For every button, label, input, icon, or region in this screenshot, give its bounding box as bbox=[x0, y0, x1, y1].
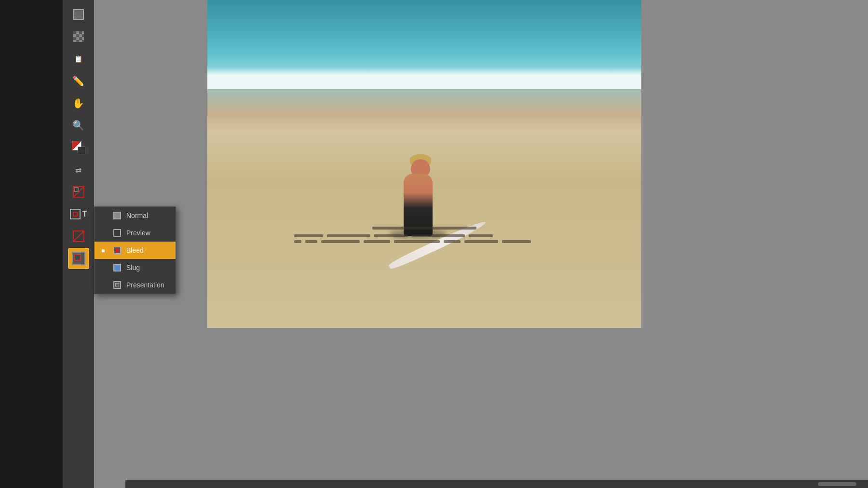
text-seg bbox=[327, 234, 370, 237]
presentation-icon-graphic bbox=[113, 281, 121, 289]
screen-mode-icon bbox=[72, 252, 85, 265]
text-seg bbox=[502, 240, 531, 243]
zoom-tool-button[interactable]: 🔍 bbox=[68, 115, 89, 136]
left-toolbar: 📋 ✏️ ✋ 🔍 ⇄ bbox=[63, 0, 94, 488]
text-seg bbox=[305, 240, 317, 243]
svg-line-4 bbox=[73, 231, 84, 242]
frame-slash-icon bbox=[72, 186, 85, 198]
scrollbar-thumb[interactable] bbox=[818, 482, 856, 486]
wave-foam bbox=[207, 70, 641, 89]
screen-mode-slug-item[interactable]: ✓ Slug bbox=[95, 259, 176, 276]
bleed-check: ■ bbox=[101, 247, 107, 253]
swap-colors-button[interactable]: ⇄ bbox=[68, 159, 89, 180]
bleed-icon-graphic bbox=[113, 246, 121, 254]
eyedropper-icon: ✏️ bbox=[72, 75, 84, 87]
text-seg bbox=[412, 234, 465, 237]
screen-mode-preview-item[interactable]: ✓ Preview bbox=[95, 224, 176, 242]
text-seg bbox=[294, 240, 301, 243]
direct-selection-button[interactable] bbox=[68, 26, 89, 47]
frame-slash-button[interactable] bbox=[68, 181, 89, 203]
text-seg bbox=[374, 234, 408, 237]
text-seg bbox=[394, 240, 440, 243]
frame-icon-inner bbox=[73, 212, 78, 217]
color-swatch-icon bbox=[72, 141, 85, 154]
swatch-inner bbox=[78, 147, 85, 154]
text-tool-icon: T bbox=[82, 210, 87, 218]
slug-icon-graphic bbox=[113, 264, 121, 271]
checker-icon bbox=[73, 31, 84, 42]
preview-icon-graphic bbox=[113, 229, 121, 237]
preview-label: Preview bbox=[126, 229, 150, 237]
normal-mode-icon bbox=[113, 211, 122, 220]
bleed-mode-icon bbox=[113, 246, 122, 255]
far-left-panel bbox=[0, 0, 63, 488]
screen-mode-presentation-item[interactable]: ✓ Presentation bbox=[95, 276, 176, 294]
svg-rect-2 bbox=[74, 188, 78, 191]
text-seg bbox=[444, 240, 461, 243]
screen-mode-bleed-item[interactable]: ■ Bleed bbox=[95, 242, 176, 259]
text-seg bbox=[464, 240, 498, 243]
selection-tool-button[interactable] bbox=[68, 4, 89, 25]
color-swatches-button[interactable] bbox=[68, 137, 89, 158]
text-line-group-2 bbox=[294, 240, 555, 243]
text-seg bbox=[321, 240, 360, 243]
compose-icon: 📋 bbox=[74, 55, 82, 63]
slug-mode-icon bbox=[113, 263, 122, 272]
screen-mode-button[interactable] bbox=[68, 248, 89, 269]
slug-label: Slug bbox=[126, 264, 140, 271]
screen-mode-normal-item[interactable]: ✓ Normal bbox=[95, 207, 176, 224]
presentation-mode-icon bbox=[113, 281, 122, 289]
frame-icon bbox=[70, 209, 81, 219]
canvas-image bbox=[207, 0, 641, 328]
dropdown-arrow-icon bbox=[85, 265, 87, 267]
hand-tool-button[interactable]: ✋ bbox=[68, 93, 89, 114]
workspace bbox=[63, 0, 868, 488]
hand-icon: ✋ bbox=[72, 97, 84, 109]
preview-mode-icon bbox=[113, 229, 122, 237]
selection-icon bbox=[73, 9, 84, 20]
app-container: 📋 ✏️ ✋ 🔍 ⇄ bbox=[0, 0, 868, 488]
diagonal-slash-button[interactable] bbox=[68, 226, 89, 247]
text-seg bbox=[364, 240, 390, 243]
svg-line-1 bbox=[73, 187, 84, 197]
text-seg bbox=[469, 234, 493, 237]
screen-mode-inner-box bbox=[74, 254, 81, 261]
normal-label: Normal bbox=[126, 212, 148, 219]
surfer-figure bbox=[394, 140, 452, 236]
text-line-group-1 bbox=[294, 234, 555, 237]
diagonal-slash-icon bbox=[72, 230, 85, 243]
compose-button[interactable]: 📋 bbox=[68, 48, 89, 69]
eyedropper-button[interactable]: ✏️ bbox=[68, 70, 89, 92]
presentation-label: Presentation bbox=[126, 281, 164, 289]
text-frame-button[interactable]: T bbox=[68, 203, 89, 225]
screen-mode-dropdown: ✓ Normal ✓ Preview ■ Bleed ✓ bbox=[94, 206, 176, 294]
bottom-scrollbar bbox=[125, 480, 868, 488]
normal-icon-graphic bbox=[113, 212, 121, 219]
canvas-document bbox=[207, 0, 641, 328]
screen-mode-outer-box bbox=[72, 252, 85, 265]
text-seg bbox=[294, 234, 323, 237]
canvas-text bbox=[294, 227, 555, 246]
swap-arrows-icon: ⇄ bbox=[75, 165, 81, 175]
text-line-1 bbox=[372, 227, 476, 230]
wave-area bbox=[207, 0, 641, 89]
zoom-icon: 🔍 bbox=[72, 120, 84, 131]
bleed-label: Bleed bbox=[126, 246, 144, 254]
